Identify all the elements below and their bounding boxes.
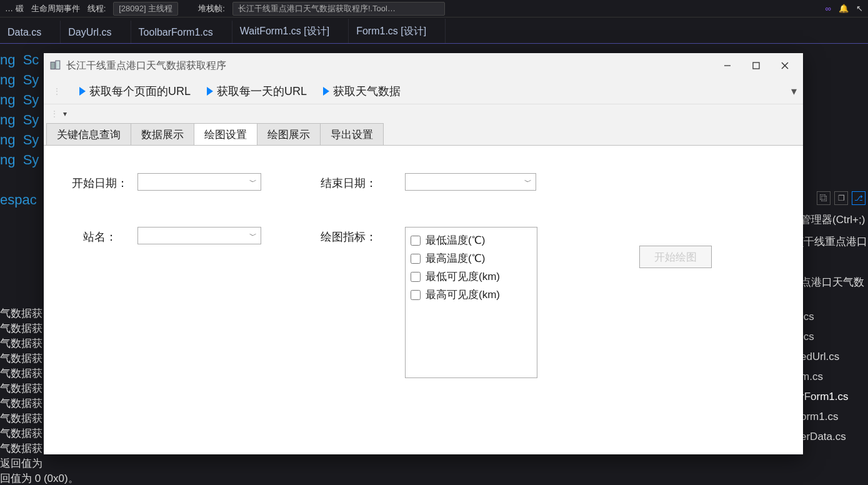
stack-field[interactable]: 长江干线重点港口天气数据获取程序!.Tool… [232,2,445,16]
copilot-icon[interactable]: ∞ [826,4,831,13]
tab-2[interactable]: 绘图设置 [194,123,257,146]
start-date-label: 开始日期： [62,173,137,191]
metric-row-2[interactable]: 最低可见度(km) [411,268,532,286]
dialog-title: 长江干线重点港口天气数据获取程序 [66,59,226,72]
metric-label: 绘图指标： [311,227,386,244]
file-5[interactable]: orm1.cs [799,407,868,427]
metric-checkbox-2[interactable] [411,272,421,282]
start-date-combo[interactable]: ﹀ [137,173,261,191]
chevron-down-icon: ﹀ [249,231,257,241]
toolbar2-dropdown[interactable]: ▾ [63,109,67,118]
metric-text: 最高温度(℃) [426,251,485,266]
svg-rect-1 [56,61,60,69]
file-tab-0[interactable]: Data.cs [0,21,61,43]
tab-body-plot-settings: 开始日期： ﹀ 结束日期： ﹀ 站名： ﹀ 绘图指标： 最低温度(℃)最高温度(… [44,145,803,454]
lifecycle-events[interactable]: 生命周期事件 [31,3,80,14]
metric-row-3[interactable]: 最高可见度(km) [411,286,532,304]
thread-combo[interactable]: [28092] 主线程 [113,2,178,16]
vs-top-left: … 碫 [5,3,24,14]
toolbar-grip[interactable]: ⋮ [50,86,63,96]
dialog-tabstrip: 关键信息查询数据展示绘图设置绘图展示导出设置 [44,123,803,146]
play-icon [207,87,213,96]
maximize-button[interactable] [742,56,771,76]
main-dialog: 长江干线重点港口天气数据获取程序 ⋮ 获取每个页面的URL 获取每一天的URL … [44,53,803,454]
file-4[interactable]: rForm1.cs [799,387,868,407]
dialog-titlebar: 长江干线重点港口天气数据获取程序 [44,53,803,78]
tab-1[interactable]: 数据展示 [131,123,194,146]
code-background: ng Sc ng Sy ng Sy ng Sy ng Sy ng Sy espa… [0,50,39,210]
metric-row-1[interactable]: 最高温度(℃) [411,249,532,268]
svg-rect-0 [51,62,55,69]
view-icon-3[interactable]: ⎇ [852,191,866,205]
explorer-search-hint[interactable]: 管理器(Ctrl+;) [799,209,868,231]
station-combo[interactable]: ﹀ [137,227,261,244]
file-6[interactable]: erData.cs [799,427,868,447]
metric-text: 最低可见度(km) [426,269,500,284]
end-date-label: 结束日期： [311,173,386,191]
project-sub[interactable]: 点港口天气数 [799,271,868,293]
stack-label: 堆栈帧: [198,3,225,14]
tab-0[interactable]: 关键信息查询 [46,123,131,146]
svg-rect-3 [753,62,759,69]
play-icon [323,87,329,96]
start-plot-button[interactable]: 开始绘图 [639,246,712,268]
metric-text: 最低温度(℃) [426,233,485,248]
dialog-toolbar: ⋮ 获取每个页面的URL 获取每一天的URL 获取天气数据 ▾ [44,78,803,104]
chevron-down-icon: ﹀ [524,177,532,188]
metric-checkbox-0[interactable] [411,236,421,246]
end-date-combo[interactable]: ﹀ [405,173,536,191]
metric-checkbox-1[interactable] [411,254,421,264]
file-tab-3[interactable]: WaitForm1.cs [设计] [232,19,349,43]
file-2[interactable]: edUrl.cs [799,347,868,367]
file-tab-4[interactable]: Form1.cs [设计] [349,19,446,43]
toolbar2-grip[interactable]: ⋮ [50,109,58,119]
thread-label: 线程: [87,3,106,14]
tool-get-weather[interactable]: 获取天气数据 [323,84,401,99]
file-3[interactable]: m.cs [799,367,868,387]
notif-icon[interactable]: 🔔 [839,4,849,13]
tool-get-page-url[interactable]: 获取每个页面的URL [79,84,191,99]
metric-checklist[interactable]: 最低温度(℃)最高温度(℃)最低可见度(km)最高可见度(km) [405,227,537,378]
metric-text: 最高可见度(km) [426,288,500,302]
tool-get-day-url[interactable]: 获取每一天的URL [207,84,307,99]
minimize-button[interactable] [713,56,742,76]
file-tab-strip: Data.cs DayUrl.cs ToolbarForm1.cs WaitFo… [0,18,868,44]
vs-top-bar: … 碫 生命周期事件 线程: [28092] 主线程 堆栈帧: 长江干线重点港口… [0,0,868,18]
chevron-down-icon: ﹀ [249,177,257,188]
project-name[interactable]: [干线重点港口 [799,231,868,252]
toolbar-overflow[interactable]: ▾ [791,84,797,98]
metric-row-0[interactable]: 最低温度(℃) [411,231,532,249]
play-icon [79,87,86,96]
file-0[interactable]: .cs [799,307,868,327]
view-icon-2[interactable]: ❐ [834,191,848,205]
metric-checkbox-3[interactable] [411,290,421,300]
tab-3[interactable]: 绘图展示 [257,123,321,146]
solution-explorer: ⿻ ❐ ⎇ 管理器(Ctrl+;) [干线重点港口 点港口天气数 .cs .cs… [799,44,868,485]
app-icon [50,60,61,71]
view-icon-1[interactable]: ⿻ [817,191,831,205]
dialog-toolbar-2: ⋮ ▾ [44,104,803,123]
file-tab-1[interactable]: DayUrl.cs [61,21,131,43]
station-label: 站名： [62,227,137,244]
file-tab-2[interactable]: ToolbarForm1.cs [131,21,232,43]
close-button[interactable] [771,56,799,76]
tab-4[interactable]: 导出设置 [320,123,384,146]
cursor-icon[interactable]: ↖ [856,4,863,13]
file-1[interactable]: .cs [799,327,868,347]
